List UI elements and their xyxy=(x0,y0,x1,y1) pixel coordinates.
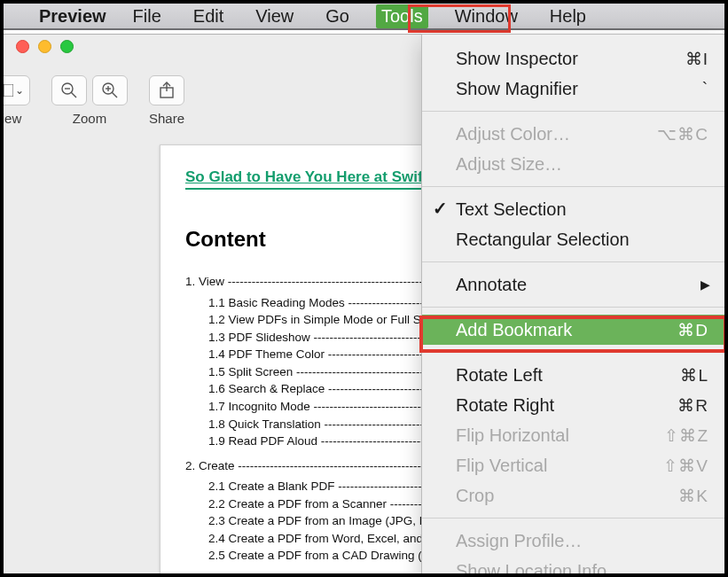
menu-item-label: Rotate Left xyxy=(456,365,543,386)
menu-go[interactable]: Go xyxy=(320,4,355,28)
menu-item-adjust-size: Adjust Size… xyxy=(422,149,724,179)
menu-item-show-location-info: Show Location Info xyxy=(422,556,724,577)
menu-item-label: Adjust Color… xyxy=(456,124,570,144)
menu-item-assign-profile: Assign Profile… xyxy=(422,526,724,556)
svg-rect-0 xyxy=(0,84,13,97)
menu-item-label: Flip Horizontal xyxy=(456,425,569,446)
menu-item-label: Flip Vertical xyxy=(456,456,547,476)
zoom-out-icon xyxy=(60,82,78,99)
menu-separator xyxy=(422,518,724,519)
tools-dropdown-menu: Show Inspector⌘IShow Magnifier`Adjust Co… xyxy=(421,34,725,577)
window-close-button[interactable] xyxy=(16,40,29,53)
chevron-down-icon: ⌄ xyxy=(15,84,24,97)
menu-view[interactable]: View xyxy=(250,4,299,28)
toolbar-zoom-group: Zoom xyxy=(51,75,128,126)
svg-line-3 xyxy=(71,92,76,97)
menu-item-text-selection[interactable]: Text Selection xyxy=(422,194,724,224)
menu-item-label: Show Inspector xyxy=(456,49,578,69)
toolbar-view-group: ⌄ iew xyxy=(0,75,30,126)
menu-item-annotate[interactable]: Annotate xyxy=(422,269,724,300)
menu-item-label: Rotate Right xyxy=(456,395,554,416)
menu-item-shortcut: ⌘K xyxy=(678,486,708,506)
menu-item-rectangular-selection[interactable]: Rectangular Selection xyxy=(422,224,724,254)
svg-line-6 xyxy=(112,92,117,97)
menu-item-label: Crop xyxy=(456,486,494,506)
menu-item-shortcut: ⌘R xyxy=(677,395,708,416)
zoom-in-button[interactable] xyxy=(92,75,128,105)
menu-help[interactable]: Help xyxy=(544,4,591,28)
menu-item-label: Rectangular Selection xyxy=(456,230,630,250)
menu-item-label: Assign Profile… xyxy=(456,531,582,551)
menu-item-label: Adjust Size… xyxy=(456,154,562,175)
menu-item-shortcut: ⇧⌘Z xyxy=(664,425,708,446)
window-zoom-button[interactable] xyxy=(60,40,74,53)
menu-item-shortcut: ` xyxy=(702,79,708,98)
menu-item-shortcut: ⌘D xyxy=(677,320,708,340)
menu-item-show-inspector[interactable]: Show Inspector⌘I xyxy=(422,43,724,74)
menu-item-rotate-right[interactable]: Rotate Right⌘R xyxy=(422,390,724,420)
menu-item-label: Show Magnifier xyxy=(456,79,578,99)
menu-separator xyxy=(422,111,724,112)
toolbar-view-label: iew xyxy=(2,111,22,126)
menu-separator xyxy=(422,352,724,353)
zoom-out-button[interactable] xyxy=(51,75,87,105)
view-mode-button[interactable]: ⌄ xyxy=(0,75,30,105)
menu-item-shortcut: ⇧⌘V xyxy=(663,456,708,476)
menu-tools[interactable]: Tools xyxy=(376,4,428,28)
menu-item-flip-horizontal: Flip Horizontal⇧⌘Z xyxy=(422,420,724,450)
menu-item-shortcut: ⌘L xyxy=(680,365,708,386)
menu-item-label: Add Bookmark xyxy=(456,320,572,340)
menu-item-add-bookmark[interactable]: Add Bookmark⌘D xyxy=(422,315,724,345)
share-button[interactable] xyxy=(149,75,184,105)
menu-separator xyxy=(422,307,724,308)
menubar: Preview File Edit View Go Tools Window H… xyxy=(4,4,724,30)
menu-edit[interactable]: Edit xyxy=(188,4,229,28)
app-name[interactable]: Preview xyxy=(39,6,106,27)
zoom-in-icon xyxy=(101,82,119,99)
menu-file[interactable]: File xyxy=(128,4,167,28)
menu-window[interactable]: Window xyxy=(450,4,523,28)
toolbar-share-label: Share xyxy=(149,111,184,126)
menu-separator xyxy=(422,186,724,187)
menu-item-rotate-left[interactable]: Rotate Left⌘L xyxy=(422,360,724,390)
sidebar-icon xyxy=(0,84,13,97)
window-controls xyxy=(16,40,74,53)
menu-item-flip-vertical: Flip Vertical⇧⌘V xyxy=(422,450,724,480)
toolbar-share-group: Share xyxy=(149,75,184,126)
menu-separator xyxy=(422,261,724,262)
menu-item-show-magnifier[interactable]: Show Magnifier` xyxy=(422,74,724,104)
menu-item-crop: Crop⌘K xyxy=(422,480,724,511)
menu-item-label: Text Selection xyxy=(456,199,567,220)
menu-item-label: Annotate xyxy=(456,275,527,295)
menu-item-shortcut: ⌘I xyxy=(685,49,708,69)
menu-item-label: Show Location Info xyxy=(456,561,607,578)
toolbar-zoom-label: Zoom xyxy=(73,111,106,126)
share-icon xyxy=(159,82,175,99)
menu-item-adjust-color: Adjust Color…⌥⌘C xyxy=(422,119,724,149)
menu-item-shortcut: ⌥⌘C xyxy=(657,124,708,144)
window-minimize-button[interactable] xyxy=(38,40,51,53)
